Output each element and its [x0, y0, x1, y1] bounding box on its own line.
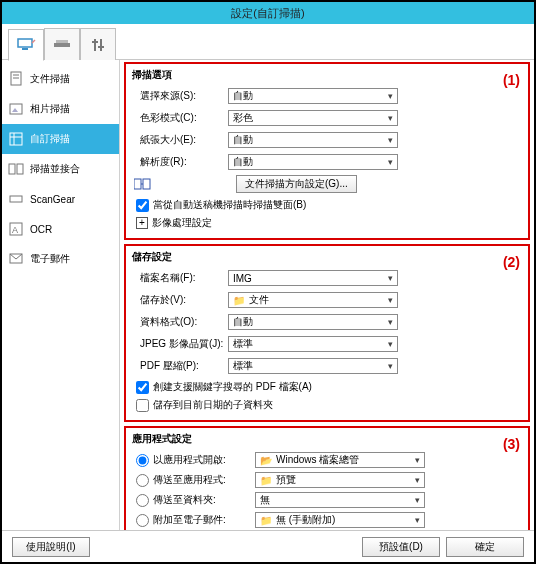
sidebar-item-custom[interactable]: 自訂掃描	[2, 124, 119, 154]
send-app-select[interactable]: 📁預覽▾	[255, 472, 425, 488]
duplex-label: 當從自動送稿機掃描時掃描雙面(B)	[153, 198, 306, 212]
filename-select[interactable]: IMG▾	[228, 270, 398, 286]
section-number: (3)	[503, 436, 520, 452]
attach-email-radio[interactable]	[136, 514, 149, 527]
sidebar-item-email[interactable]: 電子郵件	[2, 244, 119, 274]
section-title: 儲存設定	[132, 250, 522, 264]
pdf-keyword-checkbox[interactable]	[136, 381, 149, 394]
chevron-down-icon: ▾	[415, 475, 420, 485]
send-folder-select[interactable]: 無▾	[255, 492, 425, 508]
window-title: 設定(自訂掃描)	[2, 2, 534, 24]
sidebar-item-photo[interactable]: 相片掃描	[2, 94, 119, 124]
photo-icon	[8, 101, 24, 117]
sidebar-item-label: 自訂掃描	[30, 132, 70, 146]
ocr-icon: A	[8, 221, 24, 237]
sidebar-item-label: 相片掃描	[30, 102, 70, 116]
monitor-icon	[16, 37, 36, 53]
section-title: 掃描選項	[132, 68, 522, 82]
section-title: 應用程式設定	[132, 432, 522, 446]
section-number: (2)	[503, 254, 520, 270]
explorer-icon: 📂	[260, 454, 272, 466]
section-app-settings: (3) 應用程式設定 以應用程式開啟: 📂Windows 檔案總管▾ 傳送至應用…	[124, 426, 530, 530]
chevron-down-icon: ▾	[388, 157, 393, 167]
footer: 使用說明(I) 預設值(D) 確定	[2, 530, 534, 562]
resolution-label: 解析度(R):	[132, 155, 228, 169]
sidebar-item-ocr[interactable]: A OCR	[2, 214, 119, 244]
svg-rect-13	[10, 133, 22, 145]
send-folder-radio[interactable]	[136, 494, 149, 507]
svg-rect-6	[92, 41, 98, 43]
document-icon	[8, 71, 24, 87]
resolution-select[interactable]: 自動▾	[228, 154, 398, 170]
chevron-down-icon: ▾	[388, 135, 393, 145]
jpeg-label: JPEG 影像品質(J):	[132, 337, 228, 351]
filename-label: 檔案名稱(F):	[132, 271, 228, 285]
svg-rect-7	[98, 46, 104, 48]
attach-email-label: 附加至電子郵件:	[153, 513, 251, 527]
chevron-down-icon: ▾	[388, 273, 393, 283]
svg-rect-1	[22, 48, 28, 50]
chevron-down-icon: ▾	[388, 339, 393, 349]
open-with-label: 以應用程式開啟:	[153, 453, 251, 467]
help-button[interactable]: 使用說明(I)	[12, 537, 90, 557]
sidebar-item-label: 掃描並接合	[30, 162, 80, 176]
chevron-down-icon: ▾	[388, 317, 393, 327]
image-processing-label: 影像處理設定	[152, 216, 212, 230]
chevron-down-icon: ▾	[388, 113, 393, 123]
chevron-down-icon: ▾	[415, 455, 420, 465]
section-number: (1)	[503, 72, 520, 88]
default-button[interactable]: 預設值(D)	[362, 537, 440, 557]
tab-general-settings[interactable]	[80, 28, 116, 60]
svg-rect-23	[143, 179, 150, 189]
tools-icon	[89, 37, 107, 53]
format-select[interactable]: 自動▾	[228, 314, 398, 330]
sidebar: 文件掃描 相片掃描 自訂掃描 掃描並接合 ScanGear A OCR	[2, 60, 120, 530]
top-tabbar	[2, 24, 534, 60]
email-icon	[8, 251, 24, 267]
source-label: 選擇來源(S):	[132, 89, 228, 103]
svg-rect-16	[9, 164, 15, 174]
date-subfolder-checkbox[interactable]	[136, 399, 149, 412]
preview-icon: 📁	[260, 474, 272, 486]
chevron-down-icon: ▾	[415, 495, 420, 505]
tab-scan-from-pc[interactable]	[8, 29, 44, 61]
format-label: 資料格式(O):	[132, 315, 228, 329]
jpeg-select[interactable]: 標準▾	[228, 336, 398, 352]
sidebar-item-label: 文件掃描	[30, 72, 70, 86]
sidebar-item-label: ScanGear	[30, 194, 75, 205]
svg-text:A: A	[12, 225, 18, 235]
paper-select[interactable]: 自動▾	[228, 132, 398, 148]
date-subfolder-label: 儲存到目前日期的子資料夾	[153, 398, 273, 412]
sidebar-item-stitch[interactable]: 掃描並接合	[2, 154, 119, 184]
tab-scan-from-panel[interactable]	[44, 28, 80, 60]
open-with-select[interactable]: 📂Windows 檔案總管▾	[255, 452, 425, 468]
chevron-down-icon: ▾	[388, 295, 393, 305]
svg-rect-18	[10, 196, 22, 202]
sidebar-item-scangear[interactable]: ScanGear	[2, 184, 119, 214]
send-app-radio[interactable]	[136, 474, 149, 487]
pdf-label: PDF 壓縮(P):	[132, 359, 228, 373]
send-app-label: 傳送至應用程式:	[153, 473, 251, 487]
open-with-radio[interactable]	[136, 454, 149, 467]
expand-icon[interactable]: +	[136, 217, 148, 229]
sidebar-item-document[interactable]: 文件掃描	[2, 64, 119, 94]
sidebar-item-label: 電子郵件	[30, 252, 70, 266]
color-select[interactable]: 彩色▾	[228, 110, 398, 126]
source-select[interactable]: 自動▾	[228, 88, 398, 104]
svg-rect-22	[134, 179, 141, 189]
chevron-down-icon: ▾	[388, 361, 393, 371]
attach-email-select[interactable]: 📁無 (手動附加)▾	[255, 512, 425, 528]
svg-rect-2	[54, 43, 70, 47]
section-scan-options: (1) 掃描選項 選擇來源(S): 自動▾ 色彩模式(C): 彩色▾ 紙張大小(…	[124, 62, 530, 240]
ok-button[interactable]: 確定	[446, 537, 524, 557]
svg-rect-5	[100, 39, 102, 51]
chevron-down-icon: ▾	[388, 91, 393, 101]
saveto-select[interactable]: 📁文件▾	[228, 292, 398, 308]
section-save-settings: (2) 儲存設定 檔案名稱(F): IMG▾ 儲存於(V): 📁文件▾ 資料格式…	[124, 244, 530, 422]
orientation-settings-button[interactable]: 文件掃描方向設定(G)...	[236, 175, 357, 193]
duplex-checkbox[interactable]	[136, 199, 149, 212]
svg-rect-4	[94, 39, 96, 51]
svg-rect-0	[18, 39, 32, 47]
pdf-select[interactable]: 標準▾	[228, 358, 398, 374]
folder-icon: 📁	[260, 514, 272, 526]
